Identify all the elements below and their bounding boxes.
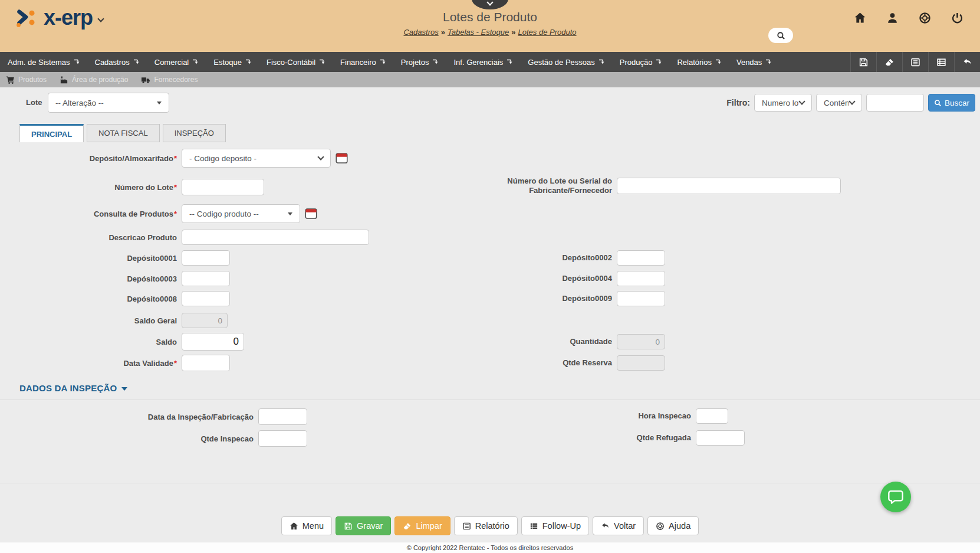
toolbar-item-fornecedores[interactable]: Fornecedores — [141, 76, 198, 84]
menubar-item-inf-gerenciais[interactable]: Inf. Gerenciais — [446, 52, 520, 72]
serial-label: Número do Lote ou Serial do Fabricante/F… — [507, 176, 612, 195]
tab-nota-fiscal[interactable]: NOTA FISCAL — [87, 124, 160, 142]
form-row-data-validade: Data Validade* Qtde Reserva — [0, 355, 980, 371]
filtro-group: Filtro: Numero lote Contém Buscar — [726, 94, 975, 112]
quantidade-input — [617, 334, 665, 349]
filter-operator-select[interactable]: Contém — [817, 94, 861, 111]
footer: © Copyright 2022 Rentatec - Todos os dir… — [0, 542, 980, 553]
shortcut-toolbar: Produtos Área de produção Fornecedores — [0, 72, 980, 87]
breadcrumb: Cadastros»Tabelas - Estoque»Lotes de Pro… — [0, 28, 980, 37]
menubar-item-projetos[interactable]: Projetos — [393, 52, 446, 72]
breadcrumb-link-lotes-de-produto[interactable]: Lotes de Produto — [518, 28, 577, 37]
consulta-produtos-select-wrap: -- Codigo produto -- — [182, 204, 300, 223]
deposito0004-input[interactable] — [617, 271, 665, 286]
tab-principal[interactable]: PRINCIPAL — [19, 124, 84, 142]
cart-icon — [6, 76, 15, 84]
chat-button[interactable] — [880, 482, 911, 512]
form-row-deposito: Depósito/Almoxarifado* - Codigo deposito… — [0, 149, 980, 168]
data-inspecao-label: Data da Inspeção/Fabricação — [12, 413, 254, 421]
consulta-produtos-label: Consulta de Produtos* — [12, 210, 177, 218]
deposito0002-input[interactable] — [617, 250, 665, 266]
numero-lote-input[interactable] — [182, 179, 264, 195]
form-row-serial: Número do Lote ou Serial do Fabricante/F… — [507, 176, 841, 195]
deposito0001-input[interactable] — [182, 250, 230, 266]
ajuda-button[interactable]: Ajuda — [647, 516, 699, 535]
breadcrumb-link-tabelas-estoque[interactable]: Tabelas - Estoque — [448, 28, 509, 37]
deposito0008-label: Depósito0008 — [12, 295, 177, 303]
relatorio-button[interactable]: Relatório — [454, 516, 518, 535]
filter-value-input[interactable] — [866, 94, 924, 112]
menubar-item-vendas[interactable]: Vendas — [729, 52, 779, 72]
qtde-inspecao-label: Qtde Inspecao — [12, 434, 254, 443]
form-row-hora-inspecao: Hora Inspecao — [507, 408, 728, 424]
dados-da-inspecao-section-toggle[interactable]: DADOS DA INSPEÇÃO — [19, 383, 980, 393]
header-search-button[interactable] — [768, 28, 793, 43]
deposito0003-label: Depósito0003 — [12, 274, 177, 283]
toolbar-item-produtos[interactable]: Produtos — [6, 76, 47, 84]
logout-power-icon[interactable] — [949, 9, 966, 27]
numero-lote-label: Número do Lote* — [12, 183, 177, 192]
app-header: x-erp Lotes de Produto Cadastros»Tabelas… — [0, 0, 980, 52]
hora-inspecao-input[interactable] — [696, 408, 728, 424]
qtde-reserva-label: Qtde Reserva — [507, 358, 612, 368]
form-row-saldo: Saldo Quantidade — [0, 333, 980, 351]
support-lifering-icon[interactable] — [916, 9, 933, 27]
deposito-lookup-window-icon[interactable] — [336, 153, 348, 163]
menubar-item-cadastros[interactable]: Cadastros — [87, 52, 147, 72]
grid-icon[interactable] — [928, 52, 954, 72]
deposito0008-input[interactable] — [182, 291, 230, 306]
limpar-button[interactable]: Limpar — [394, 516, 450, 535]
header-collapse-handle[interactable] — [472, 0, 508, 9]
voltar-button[interactable]: Voltar — [593, 516, 644, 535]
menubar-item-relatorios[interactable]: Relatórios — [669, 52, 729, 72]
search-icon — [777, 31, 785, 40]
bottom-divider — [0, 483, 980, 483]
menubar-item-fisco-contabil[interactable]: Fisco-Contábil — [259, 52, 333, 72]
deposito-select[interactable]: - Codigo deposito - — [182, 149, 330, 167]
save-icon[interactable] — [850, 52, 876, 72]
menubar-item-gestao-de-pessoas[interactable]: Gestão de Pessoas — [520, 52, 611, 72]
undo-icon[interactable] — [954, 52, 980, 72]
saldo-geral-label: Saldo Geral — [12, 316, 177, 325]
eraser-icon[interactable] — [876, 52, 902, 72]
required-asterisk: * — [174, 359, 177, 368]
filter-field-select[interactable]: Numero lote — [755, 94, 811, 111]
report-icon[interactable] — [902, 52, 928, 72]
saldo-input[interactable] — [182, 333, 244, 351]
menubar-item-producao[interactable]: Produção — [612, 52, 670, 72]
undo-icon — [601, 522, 610, 531]
buscar-button[interactable]: Buscar — [928, 94, 975, 112]
submenu-arrow-icon — [598, 59, 604, 65]
descricao-produto-label: Descricao Produto — [12, 233, 177, 242]
qtde-inspecao-input[interactable] — [258, 430, 307, 447]
menubar-item-adm-de-sistemas[interactable]: Adm. de Sistemas — [0, 52, 87, 72]
dados-da-inspecao-heading: DADOS DA INSPEÇÃO — [19, 383, 117, 393]
lote-filter-row: Lote -- Alteração -- Filtro: Numero lote… — [0, 92, 980, 114]
home-icon[interactable] — [851, 9, 869, 27]
form-row-consulta-produtos: Consulta de Produtos* -- Codigo produto … — [0, 204, 980, 223]
breadcrumb-link-cadastros[interactable]: Cadastros — [403, 28, 438, 37]
data-validade-input[interactable] — [182, 355, 230, 371]
factory-icon — [60, 76, 68, 84]
toolbar-item-area-de-producao[interactable]: Área de produção — [60, 76, 128, 84]
lote-mode-select[interactable]: -- Alteração -- — [48, 93, 169, 112]
produto-lookup-window-icon[interactable] — [305, 208, 317, 219]
data-inspecao-input[interactable] — [258, 408, 307, 425]
gravar-button[interactable]: Gravar — [336, 516, 391, 535]
follow-up-button[interactable]: Follow-Up — [521, 516, 589, 535]
user-icon[interactable] — [884, 9, 901, 27]
menubar-item-financeiro[interactable]: Financeiro — [333, 52, 393, 72]
qtde-refugada-input[interactable] — [696, 430, 745, 446]
submenu-arrow-icon — [245, 59, 251, 65]
menu-button[interactable]: Menu — [281, 516, 332, 535]
caret-down-icon — [121, 387, 127, 391]
descricao-produto-input[interactable] — [182, 230, 369, 245]
consulta-produtos-select[interactable]: -- Codigo produto -- — [182, 205, 300, 222]
deposito0009-input[interactable] — [617, 291, 665, 306]
submenu-arrow-icon — [432, 59, 438, 65]
serial-fabricante-input[interactable] — [617, 178, 841, 194]
menubar-item-estoque[interactable]: Estoque — [206, 52, 259, 72]
tab-inspecao[interactable]: INSPEÇÃO — [163, 124, 226, 142]
menubar-item-comercial[interactable]: Comercial — [147, 52, 206, 72]
deposito0003-input[interactable] — [182, 271, 230, 286]
